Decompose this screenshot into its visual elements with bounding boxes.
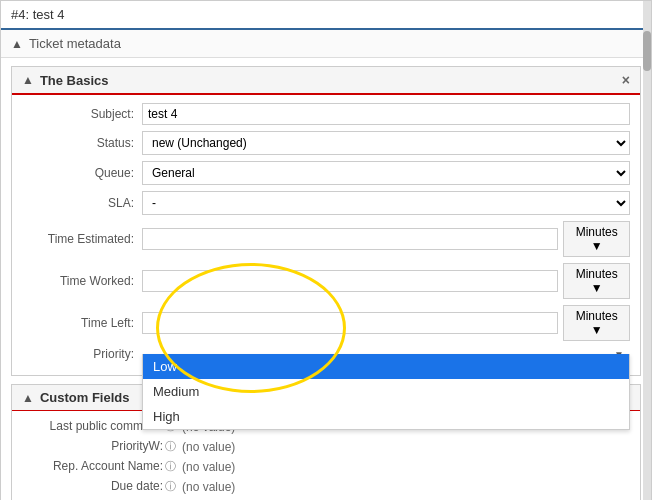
status-select[interactable]: new (Unchanged) (142, 131, 630, 155)
time-worked-label: Time Worked: (22, 274, 142, 288)
cf-label-priorityw: PriorityW:ⓘ (22, 439, 182, 454)
queue-select[interactable]: General (142, 161, 630, 185)
time-estimated-row: Time Estimated: Minutes ▼ (22, 221, 630, 257)
time-worked-row: Time Worked: Minutes ▼ (22, 263, 630, 299)
priority-item-medium[interactable]: Medium (143, 379, 629, 404)
queue-field-wrapper: General (142, 161, 630, 185)
ticket-metadata-section[interactable]: ▲ Ticket metadata (1, 30, 651, 58)
time-estimated-field-wrapper: Minutes ▼ (142, 221, 630, 257)
time-estimated-minutes-button[interactable]: Minutes ▼ (563, 221, 630, 257)
time-worked-input[interactable] (142, 270, 558, 292)
sla-row: SLA: - (22, 191, 630, 215)
priority-item-high[interactable]: High (143, 404, 629, 429)
time-worked-minutes-button[interactable]: Minutes ▼ (563, 263, 630, 299)
ticket-metadata-label: Ticket metadata (29, 36, 121, 51)
subject-row: Subject: (22, 103, 630, 125)
time-left-label: Time Left: (22, 316, 142, 330)
cf-label-due-date: Due date:ⓘ (22, 479, 182, 494)
the-basics-label: The Basics (40, 73, 109, 88)
subject-input[interactable] (142, 103, 630, 125)
scrollbar[interactable] (643, 1, 651, 500)
the-basics-body: Subject: Status: new (Unchanged) Queue: (12, 95, 640, 375)
title-bar: #4: test 4 (1, 1, 651, 30)
time-left-input[interactable] (142, 312, 558, 334)
priority-item-low[interactable]: Low (143, 354, 629, 379)
time-estimated-input[interactable] (142, 228, 558, 250)
cf-value-rep-account-name: (no value) (182, 460, 235, 474)
cf-row-priorityw: PriorityW:ⓘ (no value) (22, 439, 630, 454)
queue-label: Queue: (22, 166, 142, 180)
cf-row-rep-account-name: Rep. Account Name:ⓘ (no value) (22, 459, 630, 474)
custom-fields-expand-icon[interactable]: ▲ (22, 391, 34, 405)
cf-value-due-date: (no value) (182, 480, 235, 494)
scrollbar-thumb[interactable] (643, 31, 651, 71)
priority-row: Priority: Low Medium High Low Medium Hig… (22, 347, 630, 361)
time-left-minutes-button[interactable]: Minutes ▼ (563, 305, 630, 341)
priority-label: Priority: (22, 347, 142, 361)
subject-label: Subject: (22, 107, 142, 121)
sla-field-wrapper: - (142, 191, 630, 215)
status-field-wrapper: new (Unchanged) (142, 131, 630, 155)
the-basics-close-button[interactable]: × (622, 72, 630, 88)
time-estimated-label: Time Estimated: (22, 232, 142, 246)
the-basics-expand-icon[interactable]: ▲ (22, 73, 34, 87)
custom-fields-label: Custom Fields (40, 390, 130, 405)
info-icon-priorityw: ⓘ (165, 440, 176, 452)
info-icon-due-date: ⓘ (165, 480, 176, 492)
sla-label: SLA: (22, 196, 142, 210)
main-window: #4: test 4 ▲ Ticket metadata ▲ The Basic… (0, 0, 652, 500)
time-left-row: Time Left: Minutes ▼ (22, 305, 630, 341)
info-icon-rep-account-name: ⓘ (165, 460, 176, 472)
ticket-metadata-expand-icon[interactable]: ▲ (11, 37, 23, 51)
status-row: Status: new (Unchanged) (22, 131, 630, 155)
time-left-field-wrapper: Minutes ▼ (142, 305, 630, 341)
cf-label-rep-account-name: Rep. Account Name:ⓘ (22, 459, 182, 474)
the-basics-header: ▲ The Basics × (12, 67, 640, 95)
window-title: #4: test 4 (11, 7, 64, 22)
subject-field-wrapper (142, 103, 630, 125)
the-basics-section: ▲ The Basics × Subject: Status: new (Unc… (11, 66, 641, 376)
priority-dropdown-open: Low Medium High (142, 354, 630, 430)
cf-value-priorityw: (no value) (182, 440, 235, 454)
status-label: Status: (22, 136, 142, 150)
cf-row-due-date: Due date:ⓘ (no value) (22, 479, 630, 494)
queue-row: Queue: General (22, 161, 630, 185)
time-worked-field-wrapper: Minutes ▼ (142, 263, 630, 299)
sla-select[interactable]: - (142, 191, 630, 215)
